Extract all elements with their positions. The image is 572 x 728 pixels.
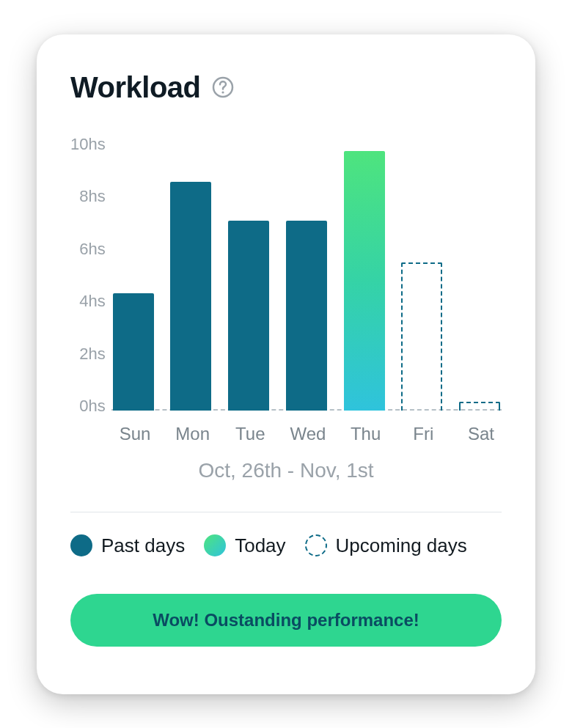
svg-point-1 [221,91,224,93]
workload-chart: 10hs 8hs 6hs 4hs 2hs 0hs SunMonTueWedThu… [70,132,502,482]
bar-thu [344,151,385,410]
x-label: Tue [230,424,271,444]
legend-label: Past days [101,534,185,557]
swatch-upcoming-icon [305,534,327,556]
bar-mon [170,182,211,411]
divider [70,512,502,512]
swatch-today-icon [204,534,226,556]
x-label: Mon [172,424,213,444]
x-label: Fri [403,424,444,444]
legend-label: Upcoming days [336,534,467,557]
swatch-past-icon [70,534,92,556]
y-tick: 8hs [70,188,106,205]
bar-sun [113,293,154,411]
x-axis: SunMonTueWedThuFriSat [114,424,502,444]
x-label: Wed [287,424,329,444]
bar-fri [401,262,442,410]
card-header: Workload [70,71,502,104]
chart-date-range: Oct, 26th - Nov, 1st [70,459,502,482]
x-label: Sun [114,424,155,444]
y-tick: 2hs [70,346,106,362]
y-tick: 6hs [70,241,106,257]
y-tick: 10hs [70,136,106,152]
y-tick: 4hs [70,293,106,309]
legend-label: Today [235,534,285,557]
chart-plot-area [111,132,502,411]
chart-legend: Past days Today Upcoming days [70,534,502,557]
legend-today: Today [204,534,285,557]
x-label: Sat [461,424,502,444]
workload-card: Workload 10hs 8hs 6hs 4hs 2hs 0hs [37,34,535,694]
card-title: Workload [70,71,201,104]
legend-upcoming: Upcoming days [305,534,467,557]
help-icon[interactable] [211,76,235,99]
x-label: Thu [345,424,386,444]
bar-tue [228,221,269,410]
y-tick: 0hs [70,398,106,414]
bar-sat [459,402,500,410]
banner-text: Wow! Oustanding performance! [153,610,419,630]
performance-banner: Wow! Oustanding performance! [70,594,502,647]
y-axis: 10hs 8hs 6hs 4hs 2hs 0hs [70,132,111,411]
legend-past: Past days [70,534,185,557]
bar-wed [286,221,327,410]
